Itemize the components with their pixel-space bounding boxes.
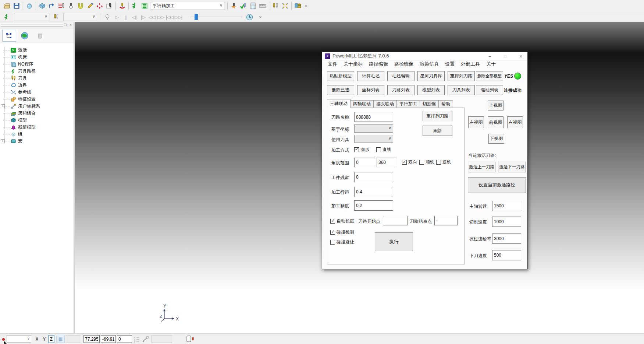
verify-tool-icon[interactable] [239, 1, 248, 11]
climb-mill-checkbox[interactable]: 顺铣 [419, 159, 434, 165]
tree-item-levels-sets[interactable]: 层和组合 [0, 110, 36, 117]
go-to-start-button[interactable]: |◁◁ [165, 13, 174, 21]
dialog-titlebar[interactable]: PowerMILL 忆梦星河 7.0.6 [322, 52, 527, 60]
mode-line-checkbox[interactable]: 直线 [376, 147, 391, 153]
stock-edit-button[interactable]: 毛坯编辑 [387, 71, 414, 81]
view-top-button[interactable]: 上视图 [488, 101, 504, 110]
panel-close-icon[interactable]: × [68, 22, 73, 27]
tree-item-toolpaths[interactable]: 刀具路径 [0, 68, 36, 75]
tree-view-icon[interactable] [2, 30, 16, 42]
collision-avoid-checkbox[interactable]: 碰撞避让 [330, 239, 354, 245]
cylinder-tools-icon[interactable] [293, 1, 303, 11]
view-bottom-button[interactable]: 下视图 [488, 134, 504, 144]
tree-item-reference-lines[interactable]: 参考线 [0, 89, 31, 96]
close-icon[interactable] [518, 53, 524, 59]
dock-window-icon[interactable]: ⊡ [63, 22, 67, 27]
tree-item-nc-programs[interactable]: NC程序 [0, 61, 33, 68]
menu-file[interactable]: 文件 [328, 61, 337, 67]
explorer-grip[interactable]: ⊡ × [0, 22, 74, 28]
tree-item-tools[interactable]: 刀具 [0, 75, 27, 82]
menu-about-coords[interactable]: 关于坐标 [344, 61, 363, 67]
menu-render-sim[interactable]: 渲染仿真 [420, 61, 439, 67]
tree-item-boundaries[interactable]: 边界 [0, 82, 27, 89]
sim-speed-slider[interactable] [191, 13, 242, 21]
calculator-icon[interactable] [248, 1, 258, 11]
globe-icon[interactable] [18, 30, 32, 42]
path-start-input[interactable] [383, 216, 408, 225]
toolbar-close-icon[interactable] [303, 3, 309, 9]
probe-icon[interactable] [142, 335, 150, 344]
go-to-end-button[interactable]: ▷▷| [174, 13, 183, 21]
path-end-input[interactable] [434, 216, 458, 225]
step-forward-button[interactable]: |▷ [139, 13, 147, 21]
clock-icon[interactable] [245, 12, 254, 22]
cutting-speed-input[interactable] [492, 217, 521, 227]
sim-tool-combobox[interactable] [63, 13, 97, 21]
rapid-feed-input[interactable] [492, 234, 521, 244]
drive-list-button[interactable]: 驱动列表 [476, 85, 503, 95]
auto-length-checkbox[interactable]: 自动长度 [330, 218, 354, 224]
paste-model-button[interactable]: 粘贴新模型 [327, 71, 354, 81]
tool-arc-icon[interactable] [117, 1, 127, 11]
coordinate-y-field[interactable] [101, 335, 116, 343]
tree-item-macros[interactable]: 宏 [0, 138, 22, 145]
expand-icon[interactable] [1, 139, 5, 143]
plunge-speed-input[interactable] [492, 250, 521, 260]
pattern-points-icon[interactable] [95, 1, 104, 11]
mode-circle-checkbox[interactable]: 圆形 [354, 147, 369, 153]
spark-tool-icon[interactable] [229, 1, 239, 11]
pause-queue-icon[interactable]: II [186, 336, 194, 342]
tree-item-feature-sets[interactable]: 特征设置 [0, 96, 36, 103]
refresh-button[interactable]: 刷新 [423, 126, 452, 136]
axis-y-button[interactable]: Y [41, 335, 47, 343]
coordinate-z-field[interactable] [117, 335, 132, 343]
ball-tool-icon[interactable] [66, 1, 76, 11]
menu-path-edit[interactable]: 路径编辑 [369, 61, 388, 67]
stock-remain-input[interactable] [354, 172, 393, 182]
toolpath-connect-icon[interactable] [47, 1, 57, 11]
slider-handle[interactable] [195, 14, 198, 20]
save-project-icon[interactable] [12, 1, 21, 11]
tab-saw[interactable]: 切割锯 [420, 100, 439, 108]
light-bulb-icon[interactable] [103, 12, 112, 22]
model-list-button[interactable]: 模型列表 [417, 85, 445, 95]
tree-item-groups[interactable]: 组 [0, 131, 22, 138]
tab-4axis[interactable]: 四轴联动 [351, 100, 374, 108]
tab-parallel[interactable]: 平行加工 [397, 100, 420, 108]
shaded-view-icon[interactable] [25, 1, 34, 11]
fast-forward-button[interactable]: ▷▷ [156, 13, 165, 21]
panel-splitter[interactable] [74, 22, 75, 333]
tool-pair-icon[interactable] [271, 1, 280, 11]
toolpath-list-button[interactable]: 刀路列表 [387, 85, 414, 95]
tab-3axis[interactable]: 三轴联动 [327, 99, 351, 108]
view-left-button[interactable]: 左视图 [468, 116, 484, 128]
menu-settings[interactable]: 设置 [445, 61, 455, 67]
bidirectional-checkbox[interactable]: 双向 [402, 159, 417, 165]
corner-grip-icon[interactable] [4, 341, 7, 344]
collision-check-icon[interactable] [57, 1, 66, 11]
calc-stock-button[interactable]: 计算毛坯 [357, 71, 384, 81]
execute-button[interactable]: 执行 [375, 232, 413, 251]
minimize-icon[interactable] [487, 53, 493, 59]
rearrange-button[interactable]: 重排列刀路 [423, 111, 452, 121]
tab-swivel[interactable]: 摆头联动 [374, 100, 397, 108]
coord-list-button[interactable]: 坐标列表 [357, 85, 384, 95]
play-button[interactable]: ▷ [112, 13, 121, 21]
toolbar-close-icon[interactable] [257, 14, 264, 20]
statusbar-combobox[interactable] [7, 335, 31, 343]
delete-all-models-button[interactable]: 删除全部模型 [476, 71, 503, 81]
axis-x-button[interactable]: X [34, 335, 40, 343]
set-active-path-button[interactable]: 设置当前激活路径 [468, 177, 526, 193]
pause-button[interactable]: || [121, 13, 130, 21]
tool-library-button[interactable]: 星河刀具库 [417, 71, 445, 81]
angle-to-input[interactable] [377, 158, 397, 167]
tree-item-stock-models[interactable]: 残留模型 [0, 124, 36, 131]
maximize-icon[interactable] [502, 53, 508, 59]
toolpath-name-input[interactable] [354, 112, 393, 122]
view-right-button[interactable]: 右视图 [507, 116, 523, 128]
conventional-mill-checkbox[interactable]: 逆铣 [436, 159, 451, 165]
angle-from-input[interactable] [354, 158, 375, 167]
tool-list-button[interactable]: 刀具列表 [448, 85, 475, 95]
tool-block-icon[interactable] [104, 1, 114, 11]
holder-icon[interactable] [76, 1, 85, 11]
